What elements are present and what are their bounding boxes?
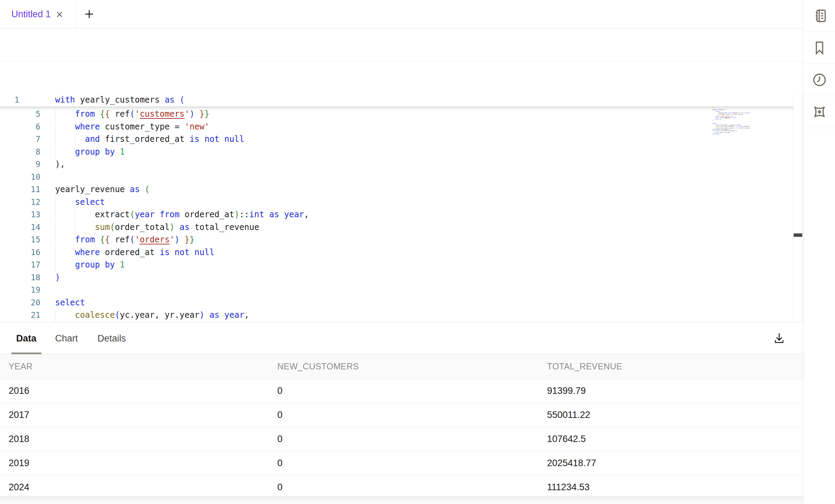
- toolbar: Develop Run: [0, 29, 803, 62]
- bookmark-icon: [812, 40, 827, 55]
- table-cell: 0: [277, 458, 547, 469]
- download-button[interactable]: [769, 327, 790, 349]
- code-line: 19: [0, 284, 793, 296]
- table-cell: 2017: [9, 410, 277, 420]
- column-header: NEW_CUSTOMERS: [277, 361, 547, 371]
- table-cell: 0: [277, 410, 547, 420]
- table-header: YEARNEW_CUSTOMERSTOTAL_REVENUE: [0, 354, 803, 379]
- dbt-logo-icon: [812, 104, 827, 119]
- results-panel: DataChartDetails YEARNEW_CUSTOMERSTOTAL_…: [0, 322, 803, 504]
- code-line: 6 where customer_type = 'new': [0, 120, 793, 133]
- code-line: 17 group by 1: [0, 259, 793, 271]
- table-cell: 0: [277, 434, 547, 444]
- results-tab-bar: DataChartDetails: [0, 323, 803, 354]
- code-line: 9),: [0, 158, 793, 171]
- sql-editor[interactable]: 5 from {{ ref('customers') }}6 where cus…: [0, 94, 793, 322]
- tab-bar: Untitled 1: [0, 0, 803, 29]
- horizontal-scrollbar[interactable]: [0, 496, 803, 504]
- notebook-icon: [812, 8, 827, 23]
- table-cell: 111234.53: [547, 482, 803, 493]
- column-header: YEAR: [9, 361, 277, 371]
- table-cell: 2016: [9, 386, 277, 396]
- results-tab-chart[interactable]: Chart: [55, 323, 78, 354]
- table-cell: 2024: [9, 482, 277, 493]
- table-cell: 2019: [9, 458, 277, 469]
- code-line: 14 sum(order_total) as total_revenue: [0, 221, 793, 234]
- table-cell: 2018: [9, 434, 277, 444]
- new-tab-button[interactable]: [81, 6, 98, 23]
- panel-resizer: [793, 94, 803, 322]
- code-line: 13 extract(year from ordered_at)::int as…: [0, 208, 793, 221]
- resize-handle[interactable]: [794, 233, 802, 237]
- code-line: 12 select: [0, 196, 793, 209]
- code-line: 16 where ordered_at is not null: [0, 246, 793, 259]
- table-cell: 0: [277, 386, 547, 396]
- sidebar-button-dbt-logo[interactable]: [803, 96, 835, 128]
- column-header: TOTAL_REVENUE: [547, 361, 803, 371]
- code-line: 18): [0, 271, 793, 284]
- table-cell: 550011.22: [547, 410, 803, 420]
- code-line: 11yearly_revenue as (: [0, 183, 793, 196]
- results-tab-details[interactable]: Details: [97, 323, 126, 354]
- table-cell: 91399.79: [547, 386, 803, 396]
- code-line: 8 group by 1: [0, 146, 793, 158]
- code-line: 20select: [0, 296, 793, 309]
- close-icon[interactable]: [55, 10, 64, 19]
- sidebar-button-bookmark[interactable]: [803, 32, 835, 64]
- table-row: 201902025418.77: [0, 451, 803, 475]
- table-cell: 2025418.77: [547, 458, 803, 469]
- table-row: 20240111234.53: [0, 475, 803, 500]
- sticky-line-shadow: [0, 106, 793, 111]
- code-line: 10: [0, 171, 793, 183]
- right-icon-sidebar: [803, 0, 835, 504]
- table-body: 2016091399.7920170550011.2220180107642.5…: [0, 379, 803, 500]
- results-tab-data[interactable]: Data: [16, 323, 37, 354]
- code-line: 7 and first_ordered_at is not null: [0, 133, 793, 146]
- tab-label: Untitled 1: [11, 9, 51, 20]
- sticky-code-line: 1with yearly_customers as (: [0, 94, 793, 106]
- download-icon: [772, 331, 786, 345]
- table-row: 20180107642.5: [0, 427, 803, 451]
- plus-icon: [84, 9, 94, 19]
- editor-tab-untitled-1[interactable]: Untitled 1: [0, 0, 76, 29]
- table-row: 2016091399.79: [0, 379, 803, 403]
- code-line: 21 coalesce(yc.year, yr.year) as year,: [0, 309, 793, 322]
- sidebar-button-notebook[interactable]: [803, 0, 835, 32]
- code-line: 15 from {{ ref('orders') }}: [0, 233, 793, 246]
- sidebar-button-history[interactable]: [803, 64, 835, 96]
- history-icon: [812, 72, 827, 87]
- status-row: Query completed in 4s Environment: PROD: [0, 62, 803, 94]
- table-cell: 107642.5: [547, 434, 803, 444]
- table-cell: 0: [277, 482, 547, 493]
- sql-ide-window: Untitled 1 Develop Run Query completed i…: [0, 0, 835, 504]
- table-row: 20170550011.22: [0, 403, 803, 427]
